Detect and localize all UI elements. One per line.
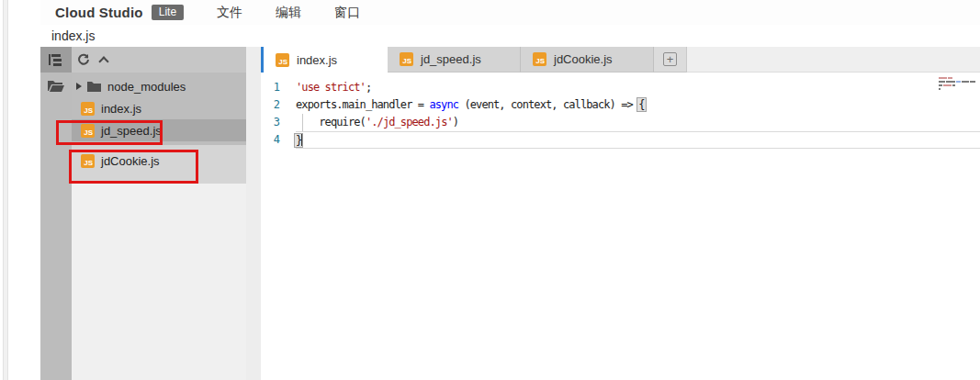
tab-label: index.js [297,53,337,67]
code-line-2[interactable]: 2 exports.main_handler = async (event, c… [261,96,980,114]
line-number: 2 [261,96,285,114]
document-title-bar: index.js [40,25,980,47]
tree-item-label: node_modules [107,80,186,94]
document-title: index.js [51,28,95,43]
menu-bar: Cloud Studio Lite 文件 编辑 窗口 [40,0,980,25]
new-tab-button[interactable]: + [654,47,687,73]
tab-label: jd_speed.js [421,52,481,66]
js-file-icon: JS [533,52,546,66]
tree-item-label: index.js [101,102,141,116]
file-tree-icon [49,53,63,66]
js-file-icon: JS [400,52,413,66]
cloud-studio-page: Cloud Studio Lite 文件 编辑 窗口 index.js [0,0,980,380]
line-number: 4 [261,131,285,149]
open-folder-icon [48,79,64,92]
code-line-3[interactable]: 3 require('./jd_speed.js') [261,114,980,131]
activity-workspace-button[interactable] [40,73,72,98]
tab-label: jdCookie.js [554,52,613,66]
cloud-studio-app: Cloud Studio Lite 文件 编辑 窗口 index.js [40,0,980,380]
tab-jdcookie-js[interactable]: JS jdCookie.js [521,47,654,73]
annotation-rect-jdcookie [69,150,198,184]
code-line-4-current[interactable]: 4 } [261,131,980,149]
plus-icon: + [663,52,677,66]
expand-arrow-icon[interactable] [76,83,82,90]
folder-icon [87,81,101,92]
tab-bar-filler [687,47,980,73]
code-line-1[interactable]: 1 'use strict'; [261,79,980,96]
activity-file-tree-button[interactable] [40,47,72,73]
page-left-scrollbar-strip [3,0,8,380]
collapse-all-icon[interactable] [98,56,108,66]
annotation-rect-jd-speed [56,120,163,145]
tab-bar: JS index.js JS jd_speed.js JS jdCookie.j… [261,47,980,73]
tree-item-node-modules[interactable]: node_modules [72,75,246,97]
explorer-toolbar [72,47,246,73]
menu-window[interactable]: 窗口 [334,5,360,21]
js-file-icon: JS [276,53,289,67]
menu-edit[interactable]: 编辑 [276,5,301,21]
editor-area: JS index.js JS jd_speed.js JS jdCookie.j… [261,47,980,380]
menu-file[interactable]: 文件 [217,5,242,21]
tab-index-js[interactable]: JS index.js [261,47,388,73]
app-logo: Cloud Studio [55,5,143,20]
code-editor[interactable]: 1 'use strict'; 2 exports.main_handler =… [261,73,980,380]
line-number: 1 [261,79,285,96]
tree-item-index-js[interactable]: JS index.js [72,97,246,119]
file-explorer-panel: node_modules JS index.js JS jd_speed.js … [72,47,246,380]
minimap[interactable] [939,77,977,92]
js-file-icon: JS [81,102,95,116]
refresh-icon[interactable] [77,53,90,66]
text-cursor [301,134,302,146]
activity-bar [40,47,72,380]
panel-splitter[interactable] [246,47,261,380]
line-number: 3 [261,114,285,131]
lite-badge: Lite [152,5,184,20]
tab-jd-speed-js[interactable]: JS jd_speed.js [388,47,521,73]
matched-bracket: { [636,97,646,112]
main-area: node_modules JS index.js JS jd_speed.js … [40,47,980,380]
